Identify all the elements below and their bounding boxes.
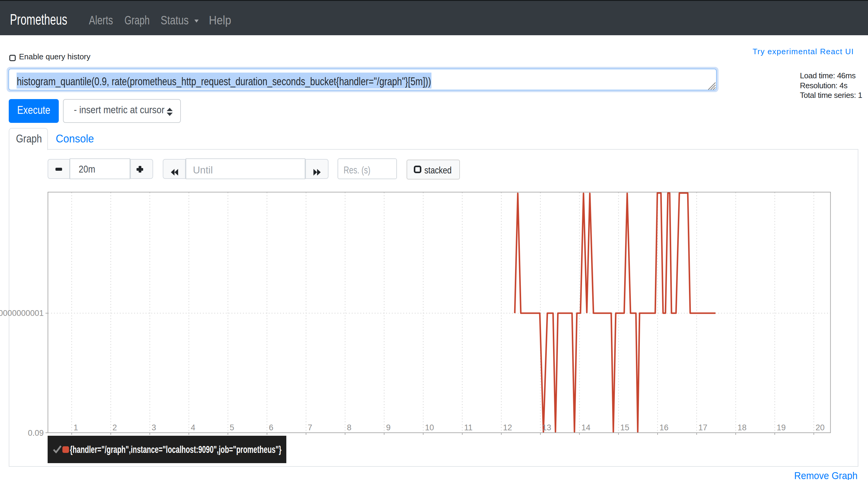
svg-text:6: 6	[269, 423, 273, 432]
svg-text:5: 5	[230, 423, 234, 432]
svg-text:15: 15	[620, 423, 629, 432]
svg-text:0.09000000000001: 0.09000000000001	[0, 309, 44, 318]
svg-text:4: 4	[191, 423, 195, 432]
svg-text:2: 2	[113, 423, 117, 432]
svg-text:18: 18	[738, 423, 747, 432]
svg-text:19: 19	[777, 423, 786, 432]
svg-text:3: 3	[152, 423, 156, 432]
svg-text:14: 14	[581, 423, 590, 432]
svg-text:11: 11	[464, 423, 472, 432]
svg-text:10: 10	[425, 423, 434, 432]
svg-text:0.09: 0.09	[28, 428, 44, 438]
svg-text:9: 9	[386, 423, 391, 432]
svg-text:16: 16	[659, 423, 669, 432]
svg-text:17: 17	[698, 423, 707, 432]
svg-text:7: 7	[308, 423, 312, 432]
svg-text:13: 13	[542, 423, 551, 432]
svg-text:8: 8	[347, 423, 351, 432]
svg-text:12: 12	[503, 423, 512, 432]
svg-text:20: 20	[815, 423, 825, 432]
svg-text:1: 1	[73, 423, 78, 432]
